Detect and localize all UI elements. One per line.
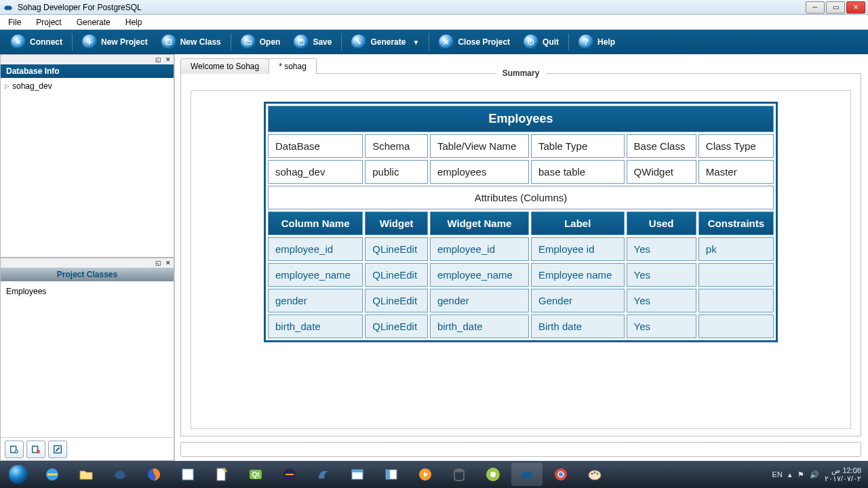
class-item-employees[interactable]: Employees — [3, 285, 171, 298]
summary-frame: Employees DataBase Schema Table/View Nam… — [191, 90, 851, 429]
menu-bar: File Project Generate Help — [0, 15, 868, 30]
table-row: gender QLineEdit gender Gender Yes — [268, 289, 774, 312]
tree-node-label: sohag_dev — [12, 81, 52, 91]
svg-rect-11 — [182, 469, 193, 480]
quit-label: Quit — [542, 37, 559, 47]
tree-node-sohag-dev[interactable]: ▷ sohag_dev — [5, 81, 170, 92]
col-header: Constraints — [698, 211, 774, 235]
cell: employee_id — [430, 237, 529, 261]
panel-close-icon[interactable]: ✕ — [164, 260, 172, 266]
taskbar-explorer[interactable] — [71, 463, 102, 486]
taskbar-ie[interactable] — [37, 463, 68, 486]
connect-icon — [11, 35, 26, 49]
open-label: Open — [260, 37, 281, 47]
panel-close-icon[interactable]: ✕ — [164, 56, 172, 63]
meta-header: Table Type — [531, 134, 625, 158]
close-button[interactable]: ✕ — [846, 1, 865, 14]
summary-label: Summary — [496, 68, 547, 78]
add-class-button[interactable] — [5, 441, 24, 458]
svg-point-29 — [594, 472, 596, 474]
cell: QLineEdit — [365, 289, 428, 312]
save-button[interactable]: Save — [287, 32, 338, 52]
taskbar-clock[interactable]: 12:08 ص ٢٠١٧/٠٧/٠٢ — [825, 466, 861, 483]
cell: Yes — [627, 237, 696, 261]
taskbar-app2[interactable] — [342, 463, 373, 486]
taskbar-firefox[interactable] — [138, 463, 170, 486]
save-icon — [294, 35, 309, 49]
language-indicator[interactable]: EN — [772, 470, 783, 479]
cell: gender — [430, 289, 529, 312]
summary-title: Employees — [268, 106, 774, 132]
menu-generate[interactable]: Generate — [70, 16, 117, 28]
taskbar-app4[interactable] — [477, 463, 509, 486]
generate-button[interactable]: Generate▼ — [344, 32, 426, 52]
taskbar-sohag[interactable] — [511, 463, 542, 486]
classes-footer-toolbar — [1, 437, 174, 460]
undock-icon[interactable]: ◱ — [154, 56, 163, 63]
table-row: employee_name QLineEdit employee_name Em… — [268, 263, 774, 287]
generate-icon — [351, 35, 366, 49]
edit-class-button[interactable] — [48, 441, 67, 458]
taskbar-mysql[interactable] — [308, 463, 339, 486]
taskbar-db[interactable] — [443, 463, 475, 486]
taskbar-qt[interactable]: Qt — [240, 463, 271, 486]
menu-help[interactable]: Help — [119, 16, 149, 28]
database-tree[interactable]: ▷ sohag_dev — [1, 78, 174, 257]
connect-button[interactable]: Connect — [4, 32, 69, 52]
status-input[interactable] — [180, 442, 861, 457]
cell — [698, 314, 774, 338]
tab-sohag[interactable]: * sohag — [269, 58, 317, 74]
col-header: Used — [627, 211, 696, 235]
summary-table: Employees DataBase Schema Table/View Nam… — [264, 102, 778, 342]
help-button[interactable]: ?Help — [572, 32, 622, 52]
taskbar-app1[interactable] — [172, 463, 203, 486]
tray-volume-icon[interactable]: 🔊 — [810, 470, 819, 479]
project-classes-header: Project Classes — [1, 268, 174, 281]
classes-list[interactable]: Employees — [1, 281, 174, 437]
windows-orb-icon — [9, 465, 28, 484]
meta-header: Schema — [365, 134, 428, 158]
cell: QLineEdit — [365, 263, 428, 287]
taskbar-eclipse[interactable] — [274, 463, 305, 486]
tab-welcome[interactable]: Welcome to Sohag — [180, 58, 269, 74]
svg-point-23 — [490, 472, 496, 477]
taskbar-mediaplayer[interactable] — [410, 463, 441, 486]
taskbar-postgres[interactable] — [104, 463, 136, 486]
cell — [698, 263, 774, 287]
taskbar-chrome[interactable] — [545, 463, 576, 486]
remove-class-button[interactable] — [26, 441, 45, 458]
new-class-button[interactable]: New Class — [155, 32, 228, 52]
undock-icon[interactable]: ◱ — [154, 260, 163, 266]
meta-header: Class Type — [698, 134, 774, 158]
svg-rect-7 — [33, 446, 38, 452]
minimize-button[interactable]: ─ — [806, 1, 825, 14]
menu-file[interactable]: File — [1, 16, 28, 28]
start-button[interactable] — [3, 463, 34, 486]
maximize-button[interactable]: ▭ — [826, 1, 845, 14]
generate-label: Generate — [370, 37, 406, 47]
quit-icon — [524, 35, 538, 49]
new-class-label: New Class — [180, 37, 221, 47]
menu-project[interactable]: Project — [29, 16, 68, 28]
windows-taskbar: Qt EN ▴ ⚑ 🔊 12:08 ص ٢٠١٧/٠٧/٠٢ — [0, 461, 868, 488]
cell: employee_name — [430, 263, 529, 287]
close-project-button[interactable]: Close Project — [432, 32, 517, 52]
open-button[interactable]: Open — [234, 32, 288, 52]
help-icon: ? — [578, 35, 593, 49]
cell: Yes — [627, 263, 696, 287]
table-row: birth_date QLineEdit birth_date Birth da… — [268, 314, 774, 338]
taskbar-notepad[interactable] — [206, 463, 237, 486]
col-header: Label — [531, 211, 625, 235]
window-titlebar: Sohag Developer For PostgreSQL ─ ▭ ✕ — [0, 0, 868, 15]
cell: Employee name — [531, 263, 625, 287]
svg-point-21 — [454, 468, 464, 472]
taskbar-paint[interactable] — [579, 463, 610, 486]
cell: pk — [698, 237, 774, 261]
meta-value: employees — [430, 160, 529, 184]
tray-flag-icon[interactable]: ⚑ — [797, 470, 804, 479]
tree-expand-icon[interactable]: ▷ — [5, 83, 9, 89]
quit-button[interactable]: Quit — [517, 32, 566, 52]
taskbar-app3[interactable] — [376, 463, 407, 486]
new-project-button[interactable]: New Project — [75, 32, 155, 52]
tray-show-hidden-icon[interactable]: ▴ — [788, 470, 792, 479]
